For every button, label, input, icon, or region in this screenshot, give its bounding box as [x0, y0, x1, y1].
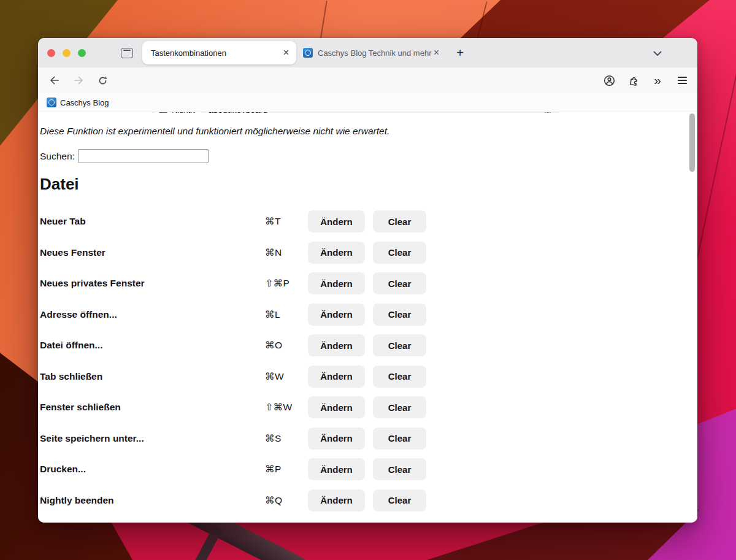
window-close-button[interactable]	[47, 49, 55, 57]
tab-caschys-blog[interactable]: Caschys Blog Technik und mehr ×	[299, 41, 444, 64]
shortcut-row: Adresse öffnen... ⌘L Ändern Clear	[38, 299, 697, 331]
shortcut-keys: ⌘T	[265, 216, 308, 227]
shortcut-label: Neuer Tab	[40, 216, 265, 227]
clear-shortcut-button[interactable]: Clear	[373, 366, 426, 388]
clear-shortcut-button[interactable]: Clear	[373, 304, 426, 326]
forward-arrow-icon	[74, 75, 84, 85]
clear-shortcut-button[interactable]: Clear	[373, 396, 426, 418]
window-minimize-button[interactable]	[63, 49, 71, 57]
new-tab-button[interactable]: +	[451, 44, 469, 61]
navigation-toolbar: Nightly about:keyboard	[38, 67, 697, 93]
overflow-menu-button[interactable]: »	[648, 71, 667, 90]
scrollbar-thumb[interactable]	[689, 113, 695, 172]
shortcut-keys: ⌘W	[265, 371, 308, 382]
tab-close-icon[interactable]: ×	[432, 48, 440, 58]
shortcut-row: Nightly beenden ⌘Q Ändern Clear	[38, 485, 697, 516]
change-shortcut-button[interactable]: Ändern	[308, 272, 365, 294]
puzzle-piece-icon	[628, 75, 640, 86]
search-label: Suchen:	[40, 151, 75, 162]
shortcut-keys: ⌘L	[265, 309, 308, 320]
change-shortcut-button[interactable]: Ändern	[308, 458, 365, 480]
tab-close-icon[interactable]: ×	[282, 48, 290, 58]
change-shortcut-button[interactable]: Ändern	[308, 210, 365, 232]
shortcut-row: Fenster schließen ⇧⌘W Ändern Clear	[38, 392, 697, 423]
experimental-notice: Diese Funktion ist experimentell und fun…	[40, 126, 697, 137]
clear-shortcut-button[interactable]: Clear	[373, 458, 426, 480]
account-icon	[604, 75, 615, 86]
reload-button[interactable]	[93, 71, 112, 90]
desktop: Tastenkombinationen × Caschys Blog Techn…	[0, 0, 736, 560]
shortcut-label: Neues Fenster	[40, 247, 265, 258]
bookmark-caschys-blog[interactable]: Caschys Blog	[60, 98, 109, 107]
shortcut-row: Drucken... ⌘P Ändern Clear	[38, 454, 697, 485]
hamburger-icon	[678, 77, 687, 78]
shortcut-keys: ⌘O	[265, 340, 308, 351]
clear-shortcut-button[interactable]: Clear	[373, 272, 426, 294]
shortcut-keys: ⌘Q	[265, 495, 308, 506]
tab-bar: Tastenkombinationen × Caschys Blog Techn…	[38, 38, 697, 67]
window-zoom-button[interactable]	[78, 49, 86, 57]
shortcut-label: Nightly beenden	[40, 495, 265, 506]
clear-shortcut-button[interactable]: Clear	[373, 210, 426, 232]
clear-shortcut-button[interactable]: Clear	[373, 334, 426, 356]
shortcut-keys: ⌘N	[265, 247, 308, 258]
shortcut-row: Neues privates Fenster ⇧⌘P Ändern Clear	[38, 268, 697, 299]
shortcut-label: Datei öffnen...	[40, 340, 265, 351]
shortcut-row: Seite speichern unter... ⌘S Ändern Clear	[38, 423, 697, 455]
search-input[interactable]	[78, 149, 209, 163]
shortcut-label: Adresse öffnen...	[40, 309, 265, 320]
firefox-view-icon[interactable]	[121, 48, 133, 58]
clear-shortcut-button[interactable]: Clear	[373, 242, 426, 264]
tab-title: Tastenkombinationen	[151, 48, 282, 58]
shortcut-row: Neuer Tab ⌘T Ändern Clear	[38, 206, 697, 237]
shortcut-keys: ⌘S	[265, 433, 308, 444]
forward-button[interactable]	[69, 71, 88, 90]
app-menu-button[interactable]	[672, 71, 692, 90]
shortcut-keys: ⇧⌘P	[265, 278, 308, 289]
account-button[interactable]	[599, 71, 619, 90]
browser-window: Tastenkombinationen × Caschys Blog Techn…	[38, 38, 697, 523]
clear-shortcut-button[interactable]: Clear	[373, 489, 426, 512]
shortcut-keys: ⌘P	[265, 464, 308, 475]
section-title-datei: Datei	[40, 175, 697, 193]
back-arrow-icon	[49, 75, 59, 85]
shortcut-list: Neuer Tab ⌘T Ändern Clear Neues Fenster …	[38, 206, 697, 516]
page-about-keyboard: Diese Funktion ist experimentell und fun…	[38, 113, 697, 523]
search-row: Suchen:	[40, 149, 697, 163]
clear-shortcut-button[interactable]: Clear	[373, 428, 426, 450]
chevron-down-icon	[653, 51, 662, 56]
change-shortcut-button[interactable]: Ändern	[308, 396, 365, 418]
list-all-tabs-button[interactable]	[649, 45, 666, 62]
reload-icon	[98, 75, 108, 86]
change-shortcut-button[interactable]: Ändern	[308, 489, 365, 512]
caschys-blog-favicon	[303, 48, 313, 58]
shortcut-row: Neues Fenster ⌘N Ändern Clear	[38, 237, 697, 269]
tab-title: Caschys Blog Technik und mehr	[318, 48, 432, 58]
bookmarks-toolbar: Caschys Blog	[38, 93, 697, 112]
shortcut-row: Datei öffnen... ⌘O Ändern Clear	[38, 330, 697, 361]
hamburger-icon	[678, 80, 687, 81]
back-button[interactable]	[44, 71, 64, 90]
change-shortcut-button[interactable]: Ändern	[308, 334, 365, 356]
change-shortcut-button[interactable]: Ändern	[308, 428, 365, 450]
shortcut-row: Tab schließen ⌘W Ändern Clear	[38, 361, 697, 393]
shortcut-label: Drucken...	[40, 464, 265, 475]
change-shortcut-button[interactable]: Ändern	[308, 242, 365, 264]
shortcut-label: Seite speichern unter...	[40, 433, 265, 444]
shortcut-keys: ⇧⌘W	[265, 402, 308, 413]
caschys-blog-favicon	[47, 98, 56, 107]
extensions-button[interactable]	[624, 71, 643, 90]
shortcut-label: Neues privates Fenster	[40, 278, 265, 289]
change-shortcut-button[interactable]: Ändern	[308, 366, 365, 388]
shortcut-label: Fenster schließen	[40, 402, 265, 413]
change-shortcut-button[interactable]: Ändern	[308, 304, 365, 326]
shortcut-label: Tab schließen	[40, 371, 265, 382]
hamburger-icon	[678, 83, 687, 84]
tab-tastenkombinationen[interactable]: Tastenkombinationen ×	[142, 41, 296, 64]
